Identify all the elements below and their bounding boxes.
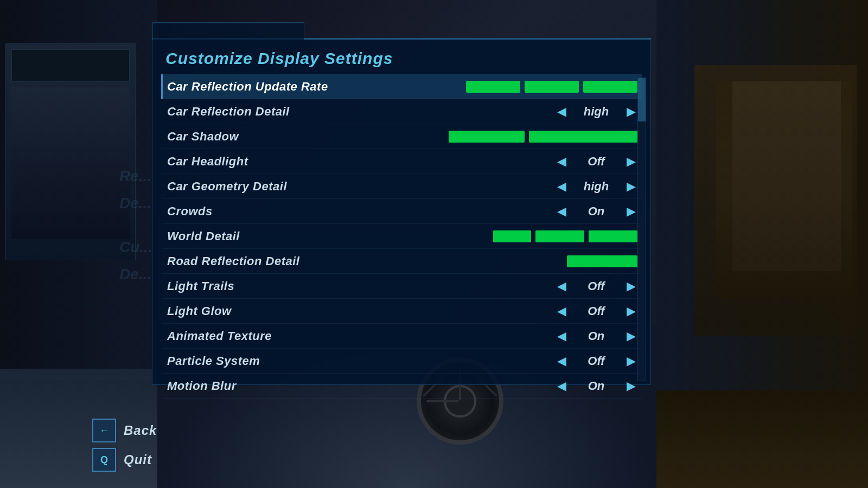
arrow-left-animated-texture[interactable]: ◀ (555, 330, 568, 342)
setting-row-car-reflection-update-rate[interactable]: Car Reflection Update Rate (161, 74, 642, 99)
bar-segment-shadow-2 (529, 131, 637, 143)
panel-title: Customize Display Settings (152, 40, 650, 74)
setting-name-car-reflection-update-rate: Car Reflection Update Rate (167, 80, 438, 94)
bar-segment-world-2 (535, 230, 584, 242)
value-particle-system: Off (575, 354, 618, 368)
setting-row-light-glow[interactable]: Light Glow ◀ Off ▶ (161, 299, 642, 324)
tab-strip (152, 22, 304, 40)
arrow-control-motion-blur: ◀ On ▶ (555, 379, 637, 393)
setting-row-light-trails[interactable]: Light Trails ◀ Off ▶ (161, 274, 642, 299)
value-light-glow: Off (575, 304, 618, 318)
arrow-left-car-reflection-detail[interactable]: ◀ (555, 106, 568, 118)
scrollbar-thumb[interactable] (638, 78, 646, 121)
setting-name-animated-texture: Animated Texture (167, 329, 438, 343)
arrow-right-animated-texture[interactable]: ▶ (624, 330, 637, 342)
arrow-control-light-glow: ◀ Off ▶ (555, 304, 637, 318)
setting-name-world-detail: World Detail (167, 229, 438, 243)
setting-name-car-headlight: Car Headlight (167, 155, 438, 169)
arrow-control-light-trails: ◀ Off ▶ (555, 279, 637, 293)
setting-row-car-reflection-detail[interactable]: Car Reflection Detail ◀ high ▶ (161, 99, 642, 124)
arrow-right-particle-system[interactable]: ▶ (624, 355, 637, 367)
settings-list: Car Reflection Update Rate Car Reflectio… (152, 74, 650, 399)
bar-segment-2 (525, 81, 579, 93)
value-car-reflection-detail: high (575, 105, 618, 119)
setting-control-crowds: ◀ On ▶ (438, 204, 637, 219)
setting-row-world-detail[interactable]: World Detail (161, 224, 642, 249)
arrow-control-car-reflection-detail: ◀ high ▶ (555, 105, 637, 119)
setting-name-car-shadow: Car Shadow (167, 130, 438, 144)
arrow-control-crowds: ◀ On ▶ (555, 204, 637, 219)
arrow-right-car-geometry-detail[interactable]: ▶ (624, 181, 637, 192)
arrow-control-animated-texture: ◀ On ▶ (555, 329, 637, 343)
setting-row-car-headlight[interactable]: Car Headlight ◀ Off ▶ (161, 149, 642, 174)
setting-name-car-reflection-detail: Car Reflection Detail (167, 105, 438, 119)
bar-segment-3 (583, 81, 637, 93)
bar-segment-road-1 (567, 255, 637, 267)
quit-button[interactable]: Q Quit (92, 448, 157, 472)
bg-left-panel (0, 0, 157, 488)
bar-segment-shadow-1 (449, 131, 525, 143)
bar-control-world-detail (493, 230, 637, 242)
setting-name-motion-blur: Motion Blur (167, 379, 438, 393)
arrow-control-car-geometry-detail: ◀ high ▶ (555, 179, 637, 194)
setting-name-crowds: Crowds (167, 204, 438, 219)
arrow-right-crowds[interactable]: ▶ (624, 206, 637, 217)
setting-control-light-glow: ◀ Off ▶ (438, 304, 637, 318)
arrow-control-car-headlight: ◀ Off ▶ (555, 155, 637, 169)
back-arrow-icon: ← (99, 425, 109, 436)
bar-segment-1 (466, 81, 520, 93)
setting-name-particle-system: Particle System (167, 354, 438, 368)
setting-row-crowds[interactable]: Crowds ◀ On ▶ (161, 199, 642, 224)
arrow-left-motion-blur[interactable]: ◀ (555, 380, 568, 392)
setting-row-motion-blur[interactable]: Motion Blur ◀ On ▶ (161, 374, 642, 399)
quit-label: Quit (124, 452, 152, 467)
scrollbar[interactable] (637, 78, 646, 381)
setting-row-animated-texture[interactable]: Animated Texture ◀ On ▶ (161, 324, 642, 349)
setting-control-animated-texture: ◀ On ▶ (438, 329, 637, 343)
arrow-left-car-headlight[interactable]: ◀ (555, 156, 568, 168)
setting-row-road-reflection-detail[interactable]: Road Reflection Detail (161, 249, 642, 274)
arrow-right-motion-blur[interactable]: ▶ (624, 380, 637, 392)
setting-control-road-reflection-detail (438, 255, 637, 267)
setting-row-particle-system[interactable]: Particle System ◀ Off ▶ (161, 349, 642, 374)
setting-control-particle-system: ◀ Off ▶ (438, 354, 637, 368)
setting-row-car-shadow[interactable]: Car Shadow (161, 124, 642, 149)
back-button[interactable]: ← Back (92, 419, 157, 442)
arrow-control-particle-system: ◀ Off ▶ (555, 354, 637, 368)
setting-control-car-headlight: ◀ Off ▶ (438, 155, 637, 169)
setting-control-car-shadow (438, 131, 637, 143)
arrow-right-light-trails[interactable]: ▶ (624, 280, 637, 292)
bar-segment-world-3 (589, 230, 637, 242)
arrow-left-light-trails[interactable]: ◀ (555, 280, 568, 292)
value-light-trails: Off (575, 279, 618, 293)
value-crowds: On (575, 204, 618, 219)
back-label: Back (124, 423, 157, 438)
setting-control-world-detail (438, 230, 637, 242)
arrow-left-car-geometry-detail[interactable]: ◀ (555, 181, 568, 192)
value-animated-texture: On (575, 329, 618, 343)
arrow-right-car-reflection-detail[interactable]: ▶ (624, 106, 637, 118)
bar-control-road-reflection-detail (567, 255, 637, 267)
setting-name-light-glow: Light Glow (167, 304, 438, 318)
bg-right-panel (656, 0, 868, 488)
arrow-right-car-headlight[interactable]: ▶ (624, 156, 637, 168)
value-motion-blur: On (575, 379, 618, 393)
setting-name-road-reflection-detail: Road Reflection Detail (167, 254, 438, 268)
bar-segment-world-1 (493, 230, 531, 242)
setting-control-car-geometry-detail: ◀ high ▶ (438, 179, 637, 194)
arrow-right-light-glow[interactable]: ▶ (624, 305, 637, 317)
setting-control-car-reflection-detail: ◀ high ▶ (438, 105, 637, 119)
value-car-headlight: Off (575, 155, 618, 169)
setting-name-car-geometry-detail: Car Geometry Detail (167, 179, 438, 194)
setting-name-light-trails: Light Trails (167, 279, 438, 293)
back-key-icon: ← (92, 419, 116, 442)
arrow-left-particle-system[interactable]: ◀ (555, 355, 568, 367)
arrow-left-light-glow[interactable]: ◀ (555, 305, 568, 317)
quit-key-icon: Q (92, 448, 116, 472)
bar-control-car-shadow (449, 131, 637, 143)
setting-row-car-geometry-detail[interactable]: Car Geometry Detail ◀ high ▶ (161, 174, 642, 199)
value-car-geometry-detail: high (575, 179, 618, 194)
setting-control-car-reflection-update-rate (438, 81, 637, 93)
arrow-left-crowds[interactable]: ◀ (555, 206, 568, 217)
setting-control-motion-blur: ◀ On ▶ (438, 379, 637, 393)
